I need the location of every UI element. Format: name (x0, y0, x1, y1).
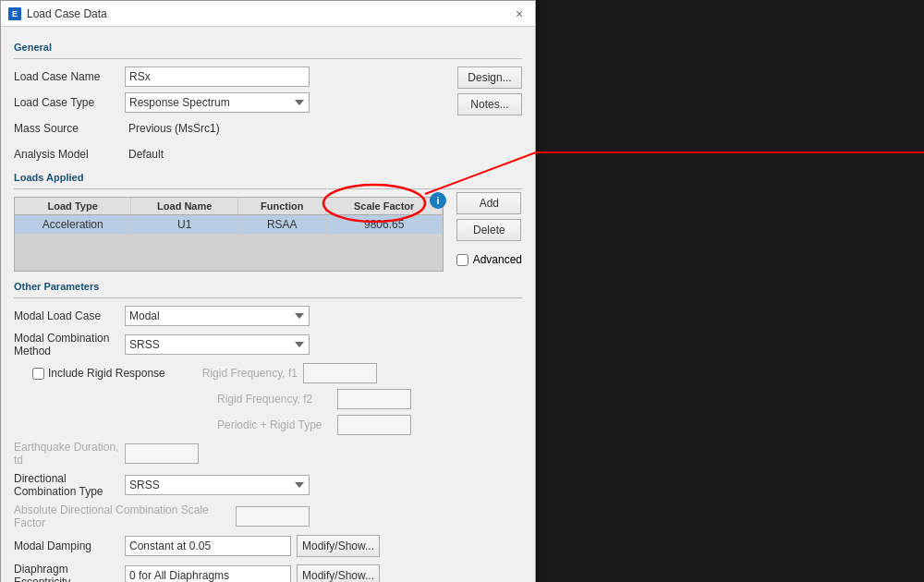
earthquake-duration-input (125, 443, 199, 464)
earthquake-duration-row: Earthquake Duration, td (14, 441, 522, 467)
earthquake-duration-label: Earthquake Duration, td (14, 441, 125, 467)
info-icon[interactable]: i (430, 192, 446, 209)
analysis-model-value: Default (125, 144, 310, 164)
modal-damping-input[interactable] (125, 536, 291, 556)
modal-damping-modify-button[interactable]: Modify/Show... (297, 535, 380, 557)
loads-table-container: Load Type Load Name Function Scale Facto… (14, 197, 444, 272)
diaphragm-eccentricity-input[interactable] (125, 565, 291, 582)
absolute-directional-label: Absolute Directional Combination Scale F… (14, 503, 236, 529)
close-button[interactable]: × (511, 6, 528, 22)
modal-load-case-label: Modal Load Case (14, 309, 125, 322)
load-case-name-label: Load Case Name (14, 70, 125, 83)
mass-source-label: Mass Source (14, 122, 125, 135)
cell-load-type: Acceleration (15, 215, 131, 235)
absolute-directional-row: Absolute Directional Combination Scale F… (14, 503, 522, 529)
periodic-rigid-row: Periodic + Rigid Type (14, 415, 522, 435)
col-scale-factor: Scale Factor (326, 198, 443, 215)
modal-damping-row: Modal Damping Modify/Show... (14, 535, 522, 557)
notes-button[interactable]: Notes... (457, 93, 522, 115)
rigid-f2-input (337, 389, 411, 409)
rigid-f2-row: Rigid Frequency, f2 (14, 389, 522, 409)
table-empty-row (15, 234, 443, 271)
table-row[interactable]: Acceleration U1 RSAA 9806.65 (15, 215, 443, 235)
cell-function: RSAA (238, 215, 326, 235)
rigid-response-checkbox[interactable] (32, 368, 44, 380)
modal-combination-label: Modal Combination Method (14, 332, 125, 358)
title-bar: E Load Case Data × (1, 1, 535, 27)
rigid-response-row: Include Rigid Response Rigid Frequency, … (14, 363, 522, 383)
mass-source-value: Previous (MsSrc1) (125, 118, 310, 139)
mass-source-row: Mass Source Previous (MsSrc1) (14, 118, 522, 139)
load-case-name-row: Load Case Name (14, 67, 522, 87)
periodic-rigid-label: Periodic + Rigid Type (217, 418, 337, 431)
general-section: Load Case Name Load Case Type Response S… (14, 67, 522, 164)
loads-applied-section: Loads Applied i Load Type Load Name Func… (14, 172, 522, 272)
delete-button[interactable]: Delete (456, 219, 521, 241)
directional-combination-label: Directional Combination Type (14, 472, 125, 498)
loads-table: Load Type Load Name Function Scale Facto… (15, 198, 443, 271)
load-case-type-row: Load Case Type Response Spectrum (14, 92, 522, 113)
absolute-directional-input (236, 506, 310, 527)
dialog-body: General Load Case Name Load Case Type Re… (1, 27, 535, 582)
title-bar-left: E Load Case Data (8, 7, 107, 20)
modal-load-case-row: Modal Load Case Modal (14, 306, 522, 326)
rigid-f1-label: Rigid Frequency, f1 (202, 367, 298, 380)
advanced-checkbox[interactable] (456, 254, 468, 266)
load-case-name-input[interactable] (125, 67, 310, 87)
directional-combination-row: Directional Combination Type SRSS (14, 472, 522, 498)
dialog-title: Load Case Data (27, 7, 107, 20)
col-function: Function (238, 198, 326, 215)
other-params-label: Other Parameters (14, 281, 522, 292)
periodic-rigid-input (337, 415, 411, 435)
directional-combination-select[interactable]: SRSS (125, 475, 310, 495)
col-load-name: Load Name (131, 198, 238, 215)
load-case-type-label: Load Case Type (14, 96, 125, 109)
other-parameters-section: Other Parameters Modal Load Case Modal M… (14, 281, 522, 582)
modal-load-case-select[interactable]: Modal (125, 306, 310, 326)
advanced-row: Advanced (456, 253, 522, 266)
diaphragm-modify-button[interactable]: Modify/Show... (297, 564, 380, 582)
modal-damping-label: Modal Damping (14, 540, 125, 552)
app-icon: E (8, 7, 21, 20)
modal-combination-row: Modal Combination Method SRSS (14, 332, 522, 358)
add-button[interactable]: Add (456, 192, 521, 214)
modal-combination-select[interactable]: SRSS (125, 334, 310, 355)
general-section-label: General (14, 42, 522, 53)
diaphragm-eccentricity-label: Diaphragm Eccentricity (14, 563, 125, 582)
design-button[interactable]: Design... (457, 67, 522, 89)
rigid-f2-label: Rigid Frequency, f2 (217, 393, 337, 406)
loads-applied-label: Loads Applied (14, 172, 522, 183)
rigid-response-label[interactable]: Include Rigid Response (48, 367, 165, 380)
diaphragm-eccentricity-row: Diaphragm Eccentricity Modify/Show... (14, 563, 522, 582)
analysis-model-label: Analysis Model (14, 148, 125, 161)
rigid-f1-input (303, 363, 377, 383)
analysis-model-row: Analysis Model Default (14, 144, 522, 164)
cell-scale-factor: 9806.65 (326, 215, 443, 235)
advanced-label[interactable]: Advanced (473, 253, 522, 266)
col-load-type: Load Type (15, 198, 131, 215)
load-case-type-select[interactable]: Response Spectrum (125, 92, 310, 113)
load-case-data-dialog: E Load Case Data × General Load Case Nam… (0, 0, 536, 582)
cell-load-name: U1 (131, 215, 238, 235)
